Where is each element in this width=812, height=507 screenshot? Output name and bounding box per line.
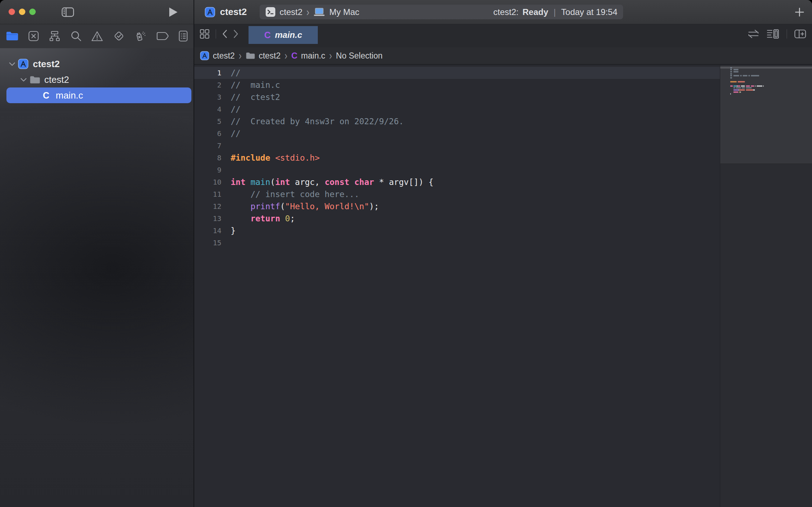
scheme-target[interactable]: ctest2 (280, 7, 302, 17)
tab-main-c[interactable]: C main.c (249, 26, 318, 44)
code-line-12[interactable]: 12 printf("Hello, World!\n"); (194, 200, 720, 212)
source-control-navigator-icon[interactable] (28, 30, 39, 42)
debug-navigator-icon[interactable] (134, 30, 146, 42)
c-file-icon: C (291, 51, 297, 61)
code-line-9[interactable]: 9 (194, 164, 720, 176)
plus-icon (795, 7, 804, 17)
toggle-sidebar-button[interactable] (61, 0, 74, 24)
code-text: // (231, 105, 241, 114)
my-mac-icon (313, 7, 325, 17)
test-navigator-icon[interactable] (113, 30, 125, 42)
xcode-project-icon (18, 59, 29, 69)
line-number[interactable]: 8 (194, 154, 221, 162)
code-line-6[interactable]: 6// (194, 127, 720, 140)
line-number[interactable]: 10 (194, 178, 221, 186)
find-navigator-icon[interactable] (70, 30, 82, 42)
tab-bar-left-controls (199, 24, 239, 44)
tab-bar-right-controls (747, 24, 806, 44)
terminal-scheme-icon (265, 7, 276, 17)
chevron-right-icon: › (285, 49, 287, 62)
add-tab-button[interactable] (795, 0, 804, 24)
code-line-11[interactable]: 11 // insert code here... (194, 188, 720, 200)
tree-row-ctest2[interactable]: ctest2 (6, 72, 191, 87)
code-text: // main.c (231, 80, 280, 90)
line-number[interactable]: 15 (194, 239, 221, 247)
line-number[interactable]: 13 (194, 214, 221, 223)
jumpbar-label: ctest2 (213, 51, 235, 61)
jumpbar-item-group[interactable]: ctest2 (245, 51, 280, 61)
minimize-button[interactable] (19, 9, 25, 15)
minimap[interactable] (720, 66, 812, 165)
code-line-15[interactable]: 15 (194, 237, 720, 249)
disclosure-chevron[interactable] (19, 78, 29, 82)
code-line-13[interactable]: 13 return 0; (194, 212, 720, 225)
tab-label: main.c (275, 30, 302, 40)
line-number[interactable]: 11 (194, 190, 221, 199)
project-navigator-icon[interactable] (5, 31, 18, 41)
file-tree: ctest2ctest2Cmain.c (0, 48, 194, 103)
code-line-8[interactable]: 8#include <stdio.h> (194, 152, 720, 164)
zoom-button[interactable] (29, 9, 36, 15)
code-review-button[interactable] (747, 29, 760, 39)
symbol-navigator-icon[interactable] (49, 30, 61, 42)
run-button[interactable] (169, 0, 178, 24)
code-line-10[interactable]: 10int main(int argc, const char * argv[]… (194, 176, 720, 188)
line-number[interactable]: 12 (194, 202, 221, 211)
folder-icon (29, 75, 40, 84)
jumpbar-item-project[interactable]: ctest2 (200, 51, 235, 61)
disclosure-chevron[interactable] (7, 62, 17, 66)
xcode-project-icon (205, 7, 215, 17)
tab-overview-button[interactable] (199, 29, 210, 39)
code-line-14[interactable]: 14} (194, 225, 720, 237)
chevron-right-icon: › (306, 5, 309, 18)
code-line-3[interactable]: 3// ctest2 (194, 91, 720, 103)
minimap-current-line-highlight (720, 67, 812, 69)
code-text: // ctest2 (231, 92, 280, 102)
line-number[interactable]: 4 (194, 105, 221, 114)
tab-bar: C main.c (194, 24, 812, 48)
line-number[interactable]: 5 (194, 117, 221, 126)
code-text: // (231, 68, 241, 77)
chevron-right-icon: › (239, 49, 241, 62)
sidebar-resize-divider[interactable] (194, 0, 194, 507)
issue-navigator-icon[interactable] (91, 31, 103, 42)
c-file-icon: C (264, 30, 271, 40)
report-navigator-icon[interactable] (178, 30, 188, 42)
navigate-back-button[interactable] (222, 29, 227, 39)
jump-bar: ctest2 › ctest2 › C main.c › No Selectio… (194, 47, 812, 65)
code-text: // insert code here... (231, 190, 359, 199)
jumpbar-item-selection[interactable]: No Selection (336, 51, 382, 61)
source-editor[interactable]: 1//2// main.c3// ctest24//5// Created by… (194, 65, 812, 507)
line-number[interactable]: 2 (194, 81, 221, 89)
code-line-4[interactable]: 4// (194, 103, 720, 115)
editor-options-button[interactable] (767, 29, 780, 39)
xcode-project-icon (200, 51, 209, 60)
window-title: ctest2 (220, 6, 247, 17)
navigate-forward-button[interactable] (233, 29, 239, 39)
code-line-1[interactable]: 1// (194, 67, 720, 79)
code-lines[interactable]: 1//2// main.c3// ctest24//5// Created by… (194, 67, 720, 249)
line-number[interactable]: 1 (194, 69, 221, 77)
line-number[interactable]: 7 (194, 141, 221, 150)
close-button[interactable] (9, 9, 15, 15)
code-line-7[interactable]: 7 (194, 140, 720, 152)
status-separator: | (552, 7, 557, 17)
add-editor-button[interactable] (794, 29, 806, 39)
jumpbar-item-file[interactable]: C main.c (291, 51, 325, 61)
activity-status[interactable]: ctest2: Ready | Today at 19:54 (493, 7, 617, 17)
line-number[interactable]: 3 (194, 93, 221, 101)
scheme-selector[interactable]: ctest2 › My Mac (265, 7, 359, 17)
status-project: ctest2: (493, 7, 519, 17)
tree-item-icon: C (40, 90, 52, 101)
line-number[interactable]: 6 (194, 129, 221, 138)
scheme-destination[interactable]: My Mac (329, 7, 359, 17)
line-number[interactable]: 9 (194, 166, 221, 174)
code-line-5[interactable]: 5// Created by 4nsw3r on 2022/9/26. (194, 115, 720, 127)
tree-row-ctest2[interactable]: ctest2 (6, 56, 191, 72)
tree-row-main-c[interactable]: Cmain.c (6, 87, 191, 103)
xcode-window: ctest2 ctest2 › My Mac ctest2: Ready (0, 0, 812, 507)
breakpoint-navigator-icon[interactable] (156, 31, 169, 41)
tree-item-icon (17, 59, 29, 69)
code-line-2[interactable]: 2// main.c (194, 79, 720, 91)
line-number[interactable]: 14 (194, 226, 221, 235)
